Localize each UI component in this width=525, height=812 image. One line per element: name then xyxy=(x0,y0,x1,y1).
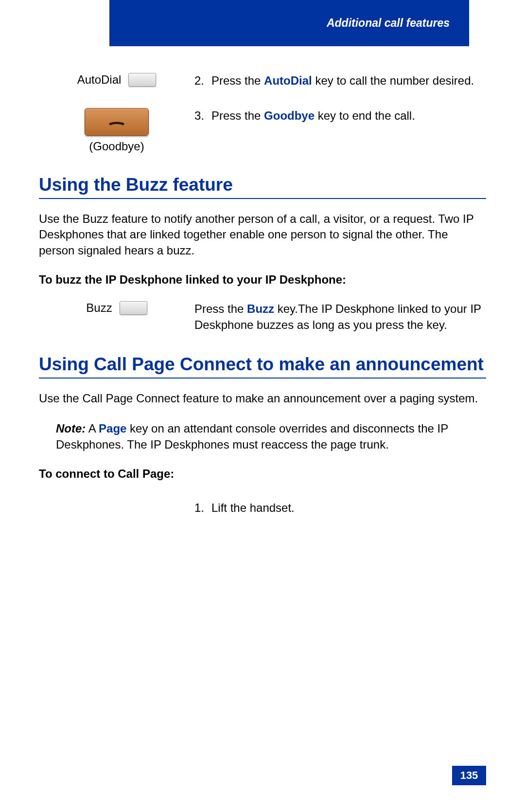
buzz-intro-text: Use the Buzz feature to notify another p… xyxy=(39,211,486,258)
step-text: Press the Buzz key.The IP Deskphone link… xyxy=(194,301,486,333)
key-column-buzz: Buzz xyxy=(39,301,194,315)
instruction-autodial: 2. Press the AutoDial key to call the nu… xyxy=(194,73,486,89)
softkey-button-icon xyxy=(120,301,147,315)
note-label: Note: xyxy=(56,422,86,435)
page-number-badge: 135 xyxy=(452,766,486,785)
text-fragment: key to call the number desired. xyxy=(312,74,474,87)
key-column-goodbye: (Goodbye) xyxy=(39,108,194,153)
callpage-subhead: To connect to Call Page: xyxy=(39,467,486,481)
instruction-lift-handset: 1. Lift the handset. xyxy=(194,500,486,516)
section-rule xyxy=(39,378,486,379)
header-bar: Additional call features xyxy=(109,0,469,46)
text-fragment: Press the xyxy=(211,109,264,122)
text-fragment: A xyxy=(86,422,99,435)
goodbye-button-icon xyxy=(85,108,149,136)
keyword-page: Page xyxy=(99,422,126,435)
step-row-autodial: AutoDial 2. Press the AutoDial key to ca… xyxy=(39,73,486,89)
instruction-goodbye: 3. Press the Goodbye key to end the call… xyxy=(194,108,486,124)
step-number: 1. xyxy=(194,500,211,516)
page-content: AutoDial 2. Press the AutoDial key to ca… xyxy=(39,73,486,535)
instruction-buzz: Press the Buzz key.The IP Deskphone link… xyxy=(194,301,486,333)
header-title: Additional call features xyxy=(327,17,450,30)
buzz-subhead: To buzz the IP Deskphone linked to your … xyxy=(39,273,486,287)
softkey-button-icon xyxy=(128,73,156,87)
keyword-buzz: Buzz xyxy=(247,302,274,315)
step-text: Lift the handset. xyxy=(211,500,486,516)
step-row-buzz: Buzz Press the Buzz key.The IP Deskphone… xyxy=(39,301,486,333)
step-text: Press the Goodbye key to end the call. xyxy=(211,108,486,124)
text-fragment: key to end the call. xyxy=(315,109,415,122)
step-text: Press the AutoDial key to call the numbe… xyxy=(211,73,486,89)
keyword-autodial: AutoDial xyxy=(264,74,312,87)
text-fragment: Press the xyxy=(211,74,264,87)
section-heading-callpage: Using Call Page Connect to make an annou… xyxy=(39,355,486,375)
note-block: Note: A Page key on an attendant console… xyxy=(56,421,486,452)
goodbye-label: (Goodbye) xyxy=(89,140,144,153)
text-fragment: Press the xyxy=(194,302,247,315)
section-rule xyxy=(39,198,486,199)
autodial-label: AutoDial xyxy=(77,73,122,87)
keyword-goodbye: Goodbye xyxy=(264,109,315,122)
step-number: 3. xyxy=(194,108,211,124)
section-heading-buzz: Using the Buzz feature xyxy=(39,175,486,195)
step-row-lift-handset: 1. Lift the handset. xyxy=(39,500,486,516)
step-number: 2. xyxy=(194,73,211,89)
callpage-intro-text: Use the Call Page Connect feature to mak… xyxy=(39,391,486,406)
handset-icon xyxy=(107,117,126,127)
buzz-key-label: Buzz xyxy=(86,301,112,315)
key-column-autodial: AutoDial xyxy=(39,73,194,87)
page-number: 135 xyxy=(460,769,478,782)
step-row-goodbye: (Goodbye) 3. Press the Goodbye key to en… xyxy=(39,108,486,153)
